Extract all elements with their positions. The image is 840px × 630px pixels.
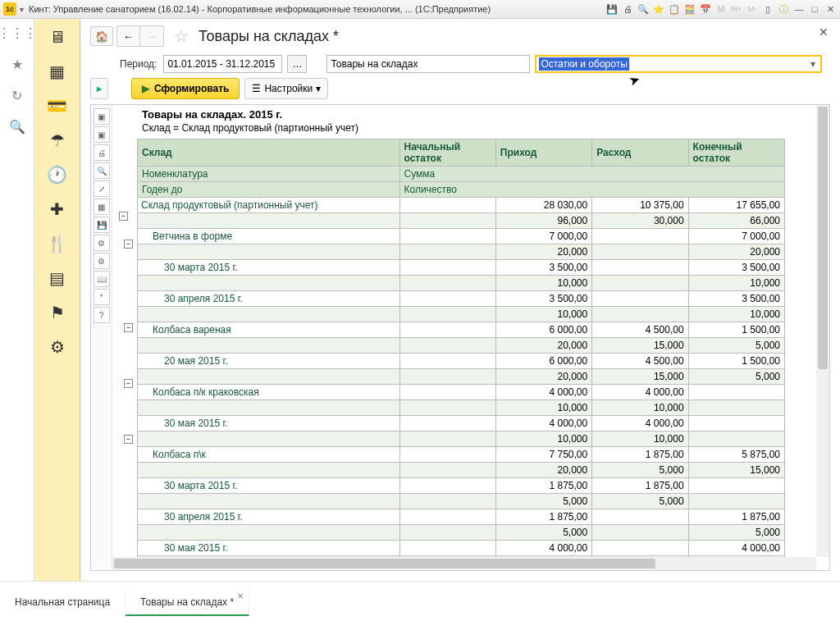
back-button[interactable]: ← (117, 26, 140, 46)
table-row[interactable]: 30 апреля 2015 г.1 875,001 875,00 (138, 509, 785, 525)
umbrella-icon[interactable]: ☂ (48, 130, 67, 150)
calc-icon[interactable]: 🧮 (683, 2, 696, 16)
chevron-down-icon[interactable]: ▾ (806, 58, 820, 70)
table-row[interactable]: 20,0005,00015,000 (138, 463, 785, 478)
generate-button[interactable]: ▶ Сформировать (131, 78, 240, 99)
table-row[interactable]: Склад продуктовый (партионный учет)28 03… (138, 198, 785, 213)
tree-node[interactable]: − (124, 379, 133, 388)
table-row[interactable]: Ветчина в форме7 000,007 000,00 (138, 229, 785, 244)
m-icon[interactable]: M (714, 2, 728, 16)
col-out: Расход (592, 139, 688, 167)
home-button[interactable]: 🏠 (90, 26, 113, 46)
forward-button[interactable]: → (140, 26, 163, 46)
table-row[interactable]: 20,00015,0005,000 (138, 338, 785, 354)
window-title: Кинт: Управление санаторием (16.02.14) -… (29, 4, 605, 14)
row-nomen: Номенклатура (138, 167, 400, 182)
table-row[interactable]: Колбаса п/к краковская4 000,004 000,00 (138, 385, 785, 400)
tool-2[interactable]: ▣ (94, 126, 110, 143)
page-close-icon[interactable]: ✕ (819, 25, 829, 39)
food-icon[interactable]: 🍴 (48, 234, 67, 253)
tool-collapse[interactable]: ▦ (94, 199, 110, 215)
table-row[interactable]: 10,00010,000 (138, 400, 785, 416)
info-icon[interactable]: ⓘ (777, 2, 790, 16)
table-row[interactable]: 30 марта 2015 г.1 875,001 875,00 (138, 478, 785, 494)
table-row[interactable]: 20 мая 2015 г.6 000,004 500,001 500,00 (138, 354, 785, 369)
maximize-icon[interactable]: □ (808, 2, 821, 16)
tree-node[interactable]: − (124, 240, 133, 249)
table-row[interactable]: 10,00010,000 (138, 307, 785, 322)
scrollbar-vertical[interactable] (816, 105, 829, 557)
period-picker-button[interactable]: … (287, 55, 307, 73)
table-row[interactable]: 30 мая 2015 г.4 000,004 000,00 (138, 541, 785, 556)
calendar-section-icon[interactable]: ▦ (48, 62, 67, 81)
table-row[interactable]: 10,00010,000 (138, 276, 785, 291)
period-input[interactable] (163, 55, 282, 73)
scrollbar-horizontal[interactable] (112, 557, 816, 570)
tab-report[interactable]: Товары на складах * ✕ (126, 590, 249, 616)
tree-node[interactable]: − (119, 212, 128, 221)
tool-1[interactable]: ▣ (94, 108, 110, 125)
col-start: Начальный остаток (399, 139, 495, 167)
calendar-icon[interactable]: 📅 (699, 2, 712, 16)
table-row[interactable]: 96,00030,00066,000 (138, 213, 785, 229)
table-row[interactable]: 5,0005,000 (138, 525, 785, 541)
tool-print[interactable]: 🖨 (94, 144, 110, 161)
table-row[interactable]: 5,0005,000 (138, 494, 785, 509)
clipboard-icon[interactable]: 📋 (668, 2, 681, 16)
tool-help[interactable]: ? (94, 307, 110, 323)
print-icon[interactable]: 🖨 (621, 2, 634, 16)
tool-quote[interactable]: ❜ (94, 289, 110, 305)
tab-home[interactable]: Начальная страница (0, 590, 126, 614)
generate-button-label: Сформировать (154, 83, 229, 94)
table-row[interactable]: 30 мая 2015 г.4 000,004 000,00 (138, 416, 785, 431)
desktop-icon[interactable]: 🖥 (48, 27, 67, 47)
tab-close-icon[interactable]: ✕ (237, 591, 244, 600)
star-icon[interactable]: ★ (10, 57, 25, 71)
row-qty: Количество (399, 182, 785, 198)
card-icon[interactable]: 💳 (48, 96, 67, 116)
apps-icon[interactable]: ⋮⋮⋮ (10, 25, 25, 40)
table-row[interactable]: 30 марта 2015 г.3 500,003 500,00 (138, 260, 785, 276)
table-row[interactable]: 20,00015,0005,000 (138, 369, 785, 385)
table-row[interactable]: 10,00010,000 (138, 431, 785, 447)
tool-save[interactable]: 💾 (94, 217, 110, 233)
preview-icon[interactable]: 🔍 (637, 2, 650, 16)
table-row[interactable]: 30 апреля 2015 г.3 500,003 500,00 (138, 291, 785, 307)
mode-select-value: Остатки и обороты (539, 57, 628, 71)
section-menu: 🖥 ▦ 💳 ☂ 🕐 ✚ 🍴 ▤ ⚑ ⚙ (34, 19, 80, 581)
flag-icon[interactable]: ⚑ (48, 303, 67, 322)
gear-icon[interactable]: ⚙ (48, 337, 67, 357)
tool-expand[interactable]: ⤢ (94, 180, 110, 197)
tree-node[interactable]: − (124, 323, 133, 332)
history-icon[interactable]: ↻ (10, 88, 25, 103)
tool-gear2[interactable]: ⚙ (94, 253, 110, 269)
medical-icon[interactable]: ✚ (48, 199, 67, 219)
m-minus-icon[interactable]: M- (746, 2, 759, 16)
settings-button[interactable]: ☰ Настройки ▾ (244, 78, 328, 99)
minimize-icon[interactable]: — (792, 2, 806, 16)
tree-node[interactable]: − (124, 435, 133, 444)
search-icon[interactable]: 🔍 (10, 119, 25, 134)
table-row[interactable]: 20,00020,000 (138, 244, 785, 260)
settings-button-label: Настройки (264, 83, 313, 94)
table-row[interactable]: Колбаса п\к7 750,001 875,005 875,00 (138, 447, 785, 463)
source-input[interactable] (326, 55, 530, 73)
close-icon[interactable]: ✕ (824, 2, 837, 16)
titlebar: 1c ▾ Кинт: Управление санаторием (16.02.… (0, 0, 840, 19)
mode-select[interactable]: Остатки и обороты ▾ (535, 55, 822, 73)
titlebar-dropdown-icon[interactable]: ▾ (20, 5, 24, 14)
panels-icon[interactable]: ▯ (761, 2, 774, 16)
favorite-icon[interactable]: ⭐ (652, 2, 665, 16)
tool-gear[interactable]: ⚙ (94, 235, 110, 251)
report-area: ▣ ▣ 🖨 🔍 ⤢ ▦ 💾 ⚙ ⚙ 📖 ❜ ? − − − − − (90, 104, 830, 571)
expand-panel-button[interactable]: ▸ (90, 78, 108, 99)
app-logo-icon: 1c (3, 2, 16, 16)
page-favorite-icon[interactable]: ☆ (174, 26, 189, 46)
table-row[interactable]: Колбаса вареная6 000,004 500,001 500,00 (138, 322, 785, 338)
warehouse-icon[interactable]: ▤ (48, 268, 67, 288)
save-icon[interactable]: 💾 (605, 2, 619, 16)
tool-book[interactable]: 📖 (94, 271, 110, 287)
m-plus-icon[interactable]: M+ (730, 2, 743, 16)
tool-find[interactable]: 🔍 (94, 162, 110, 179)
clock-icon[interactable]: 🕐 (48, 165, 67, 185)
